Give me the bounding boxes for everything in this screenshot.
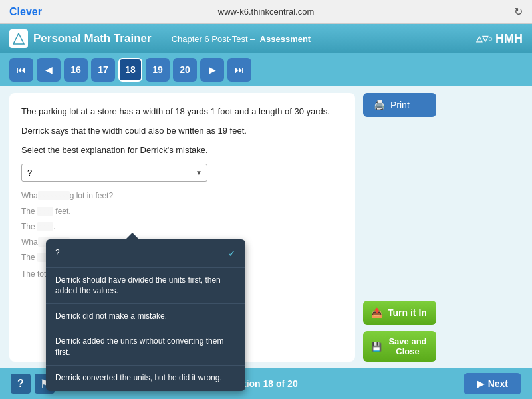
- dropdown-item-3[interactable]: Derrick added the units without converti…: [46, 331, 245, 364]
- page-19[interactable]: 19: [146, 58, 170, 82]
- blurred-row-3: The xxxx.: [21, 221, 343, 233]
- refresh-icon[interactable]: ↻: [514, 5, 523, 18]
- dropdown-divider-2: [46, 303, 245, 304]
- dropdown-item-0[interactable]: ? ✓: [46, 242, 245, 266]
- question-text-3: Select the best explanation for Derrick'…: [21, 144, 343, 158]
- dropdown-item-4[interactable]: Derrick converted the units, but he did …: [46, 367, 245, 389]
- chapter-label: Chapter 6 Post-Test – Assessment: [172, 34, 311, 44]
- nav-last-button[interactable]: ⏭: [227, 58, 251, 82]
- app-header: Personal Math Trainer Chapter 6 Post-Tes…: [0, 24, 532, 53]
- dropdown-divider-3: [46, 329, 245, 329]
- hmh-triangles: △▽○: [476, 34, 493, 43]
- print-button[interactable]: 🖨️ Print: [363, 93, 436, 117]
- dropdown-popup: ? ✓ Derrick should have divided the unit…: [46, 239, 245, 391]
- nav-next-button[interactable]: ▶: [200, 58, 224, 82]
- right-panel: 🖨️ Print 📤 Turn it In 💾 Save and Close: [355, 93, 448, 362]
- dropdown-item-4-label: Derrick converted the units, but he did …: [55, 372, 222, 384]
- question-text: The parking lot at a store has a width o…: [21, 105, 343, 157]
- page-20[interactable]: 20: [173, 58, 197, 82]
- page-16[interactable]: 16: [64, 58, 88, 82]
- dropdown-divider-1: [46, 267, 245, 268]
- app-logo-icon: [9, 29, 28, 48]
- turn-in-icon: 📤: [371, 307, 382, 318]
- dropdown-item-0-label: ?: [55, 247, 60, 259]
- page-17[interactable]: 17: [91, 58, 115, 82]
- nav-bar: ⏮ ◀ 16 17 18 19 20 ▶ ⏭: [0, 53, 532, 86]
- blurred-row-2: The xxxx feet.: [21, 205, 343, 218]
- browser-bar: Clever www-k6.thinkcentral.com ↻: [0, 0, 532, 24]
- dropdown-divider-4: [46, 365, 245, 366]
- dropdown-item-2-label: Derrick did not make a mistake.: [55, 311, 167, 322]
- nav-prev-button[interactable]: ◀: [37, 58, 61, 82]
- check-icon: ✓: [228, 247, 236, 261]
- nav-first-button[interactable]: ⏮: [9, 58, 33, 82]
- browser-url: www-k6.thinkcentral.com: [218, 7, 315, 17]
- dropdown-item-1-label: Derrick should have divided the units fi…: [55, 275, 236, 297]
- save-icon: 💾: [371, 342, 382, 352]
- dropdown-item-1[interactable]: Derrick should have divided the units fi…: [46, 269, 245, 303]
- main-area: The parking lot at a store has a width o…: [0, 86, 532, 368]
- save-close-button[interactable]: 💾 Save and Close: [363, 331, 436, 362]
- answer-select-wrapper: ? Derrick should have divided the units …: [21, 164, 207, 182]
- hmh-logo: △▽○ HMH: [476, 32, 523, 46]
- dropdown-item-3-label: Derrick added the units without converti…: [55, 336, 236, 358]
- svg-marker-0: [13, 33, 24, 44]
- help-button[interactable]: ?: [11, 374, 31, 394]
- dropdown-item-2[interactable]: Derrick did not make a mistake.: [46, 305, 245, 327]
- blurred-row-1: Whaxxxxxxxxg lot in feet?: [21, 190, 343, 202]
- question-text-1: The parking lot at a store has a width o…: [21, 105, 343, 119]
- question-text-2: Derrick says that the width could also b…: [21, 124, 343, 138]
- browser-brand: Clever: [9, 6, 42, 18]
- app-title: Personal Math Trainer: [33, 32, 152, 45]
- next-button[interactable]: ▶ Next: [464, 373, 521, 394]
- page-18-active[interactable]: 18: [118, 58, 142, 82]
- answer-select[interactable]: ? Derrick should have divided the units …: [21, 164, 207, 182]
- next-arrow-icon: ▶: [477, 378, 484, 389]
- question-panel: The parking lot at a store has a width o…: [9, 93, 355, 362]
- printer-icon: 🖨️: [374, 100, 385, 110]
- turn-in-button[interactable]: 📤 Turn it In: [363, 301, 436, 325]
